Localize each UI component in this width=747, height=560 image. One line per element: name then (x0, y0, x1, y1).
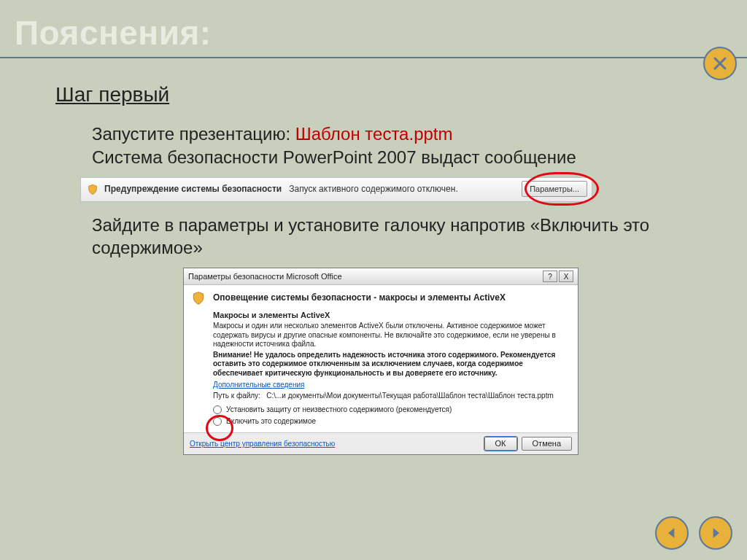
security-warning-bar: Предупреждение системы безопасности Запу… (80, 177, 592, 202)
radio-dot-icon (213, 417, 222, 426)
radio-protect[interactable]: Установить защиту от неизвестного содерж… (213, 405, 569, 414)
triangle-left-icon (665, 526, 679, 540)
radio-dot-icon (213, 405, 222, 414)
dialog-header: Оповещение системы безопасности - макрос… (191, 291, 570, 306)
security-bar-options-button[interactable]: Параметры... (522, 181, 587, 197)
section-p1: Макросы и один или несколько элементов A… (213, 322, 569, 349)
p1-line2: Система безопасности PowerPoint 2007 выд… (92, 147, 576, 167)
path-label: Путь к файлу: (213, 392, 260, 400)
security-bar-heading: Предупреждение системы безопасности (104, 184, 282, 195)
radio-enable[interactable]: Включить это содержимое (213, 416, 569, 426)
header-divider (0, 57, 747, 58)
radio1-label: Установить защиту от неизвестного содерж… (226, 405, 452, 414)
next-button[interactable] (699, 516, 732, 550)
dialog-close-button[interactable]: X (559, 271, 573, 282)
p1-filename: Шаблон теста.pptm (295, 124, 453, 144)
close-button[interactable] (703, 47, 737, 80)
dialog-title: Параметры безопасности Microsoft Office (188, 271, 342, 281)
radio2-label: Включить это содержимое (226, 416, 316, 426)
cancel-button[interactable]: Отмена (522, 437, 572, 450)
path-value: C:\...и документы\Мои документы\Текущая … (266, 392, 554, 400)
p1-prefix: Запустите презентацию: (92, 124, 295, 144)
more-info-link[interactable]: Дополнительные сведения (213, 381, 304, 389)
step-heading: Шаг первый (55, 82, 703, 108)
ok-button[interactable]: ОК (484, 437, 517, 450)
dialog-body: Оповещение системы безопасности - макрос… (184, 285, 578, 432)
section-p2: Внимание! Не удалось определить надежнос… (213, 351, 569, 378)
security-dialog: Параметры безопасности Microsoft Office … (183, 268, 578, 454)
radio-group: Установить защиту от неизвестного содерж… (213, 405, 569, 426)
trust-center-link[interactable]: Открыть центр управления безопасностью (190, 439, 335, 448)
dialog-footer: Открыть центр управления безопасностью О… (184, 432, 578, 454)
triangle-right-icon (708, 526, 723, 540)
dialog-header-text: Оповещение системы безопасности - макрос… (213, 292, 506, 304)
paragraph-2: Зайдите в параметры и установите галочку… (92, 214, 703, 259)
dialog-section: Макросы и элементы ActiveX Макросы и оди… (191, 310, 570, 426)
shield-icon (87, 184, 98, 195)
shield-icon (191, 291, 206, 306)
dialog-titlebar: Параметры безопасности Microsoft Office … (184, 268, 578, 285)
dialog-help-button[interactable]: ? (543, 271, 557, 282)
close-icon (711, 55, 729, 72)
paragraph-1: Запустите презентацию: Шаблон теста.pptm… (92, 122, 703, 168)
file-path: Путь к файлу: C:\...и документы\Мои доку… (213, 392, 569, 401)
slide-title: Пояснения: (15, 13, 212, 52)
slide-nav (655, 516, 732, 550)
prev-button[interactable] (655, 516, 689, 550)
slide-content: Шаг первый Запустите презентацию: Шаблон… (55, 82, 703, 455)
section-heading: Макросы и элементы ActiveX (213, 310, 569, 320)
security-bar-text: Запуск активного содержимого отключен. (289, 184, 458, 195)
